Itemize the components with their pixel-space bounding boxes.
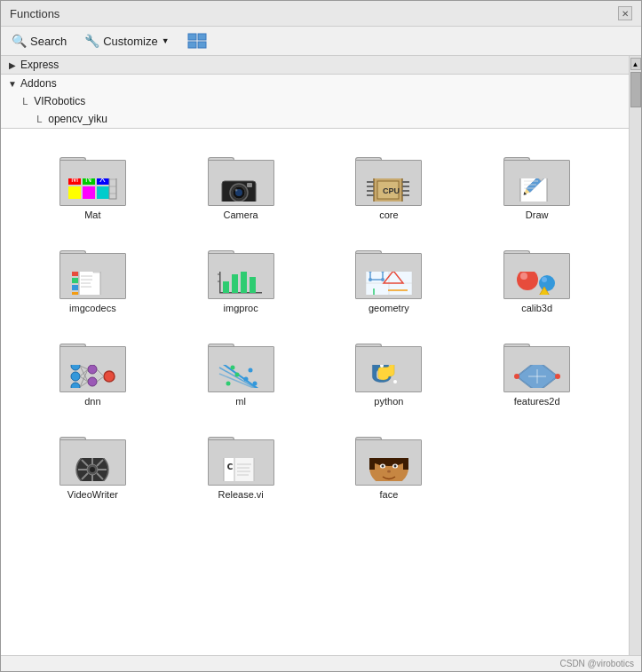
tree-section: ▶ Express: [1, 56, 629, 75]
folder-mat: M N X: [59, 148, 126, 206]
title-bar: Functions ✕: [1, 1, 641, 27]
tree-indent-virobotics: L: [22, 96, 34, 107]
svg-text:M: M: [71, 178, 78, 184]
icon-item-geometry[interactable]: geometry: [315, 231, 464, 324]
icon-label-core: core: [379, 210, 398, 220]
icon-label-ml: ml: [235, 396, 246, 407]
tree-row-addons[interactable]: ▼ Addons: [1, 75, 629, 92]
camera-svg: [215, 178, 266, 202]
svg-rect-13: [109, 178, 116, 199]
tree-label-virobotics: VIRobotics: [34, 95, 85, 107]
videowriter-svg: [67, 458, 118, 481]
svg-rect-55: [232, 274, 238, 293]
tree-row-express[interactable]: ▶ Express: [1, 56, 629, 74]
icon-item-calib3d[interactable]: calib3d: [463, 231, 611, 324]
svg-rect-54: [223, 281, 229, 293]
svg-point-79: [88, 365, 97, 374]
svg-rect-7: [68, 186, 81, 199]
dnn-svg: [67, 365, 118, 388]
svg-point-95: [244, 377, 249, 382]
svg-line-84: [80, 369, 88, 376]
features2d-svg: [511, 365, 563, 388]
svg-point-72: [520, 273, 527, 280]
icon-label-videowriter: VideoWriter: [67, 489, 118, 500]
icon-label-geometry: geometry: [369, 303, 409, 313]
tree-addons-section: ▼ Addons L VIRobotics L opencv_yiku: [1, 75, 629, 129]
svg-rect-53: [219, 272, 221, 293]
icon-item-mat[interactable]: M N X: [19, 138, 167, 231]
dropdown-arrow-icon: ▼: [162, 36, 170, 45]
icon-item-draw[interactable]: Draw: [463, 138, 611, 231]
svg-point-97: [249, 368, 253, 373]
folder-imgcodecs: [59, 241, 126, 299]
scrollbar-thumb[interactable]: [630, 72, 641, 107]
search-button[interactable]: 🔍 Search: [8, 32, 70, 50]
palette-icon: [187, 33, 207, 49]
svg-marker-43: [93, 272, 100, 273]
calib3d-svg: [511, 272, 563, 295]
svg-point-21: [235, 189, 238, 192]
toolbar: 🔍 Search 🔧 Customize ▼: [1, 27, 641, 56]
tree-label-addons: Addons: [20, 77, 57, 90]
ml-svg: [215, 365, 266, 388]
icon-label-release: Release.vi: [218, 489, 263, 500]
icon-item-core[interactable]: CPU core: [315, 138, 464, 231]
search-icon: 🔍: [12, 34, 27, 48]
svg-point-67: [369, 278, 372, 281]
tree-label-opencv: opencv_yiku: [48, 113, 107, 125]
search-label: Search: [30, 35, 67, 48]
bottom-bar: CSDN @virobotics: [1, 655, 641, 671]
svg-rect-47: [72, 292, 78, 295]
folder-draw: [503, 148, 570, 206]
icon-label-draw: Draw: [526, 210, 549, 220]
svg-rect-22: [247, 183, 252, 187]
release-svg: c: [215, 458, 266, 481]
svg-rect-3: [198, 42, 206, 48]
svg-rect-131: [369, 458, 375, 470]
scrollbar[interactable]: ▲: [629, 56, 641, 655]
icon-item-ml[interactable]: ml: [167, 324, 315, 417]
svg-rect-44: [72, 272, 78, 276]
svg-point-76: [71, 365, 80, 370]
icon-label-face: face: [379, 489, 398, 500]
wrench-icon: 🔧: [84, 34, 99, 48]
imgproc-svg: [215, 272, 266, 295]
icon-item-imgcodecs[interactable]: imgcodecs: [19, 231, 167, 324]
icon-item-face[interactable]: face: [315, 417, 464, 510]
icon-item-features2d[interactable]: features2d: [463, 324, 611, 417]
svg-point-98: [253, 382, 258, 386]
customize-label: Customize: [103, 35, 157, 48]
svg-rect-46: [72, 285, 78, 290]
imgcodecs-svg: [67, 272, 118, 295]
svg-point-94: [235, 373, 240, 377]
svg-point-101: [393, 380, 397, 383]
tree-row-virobotics[interactable]: L VIRobotics: [1, 92, 629, 110]
customize-button[interactable]: 🔧 Customize ▼: [81, 32, 172, 50]
scroll-up-button[interactable]: ▲: [630, 58, 641, 70]
folder-geometry: [355, 241, 422, 299]
icon-item-release[interactable]: c: [167, 417, 315, 510]
svg-line-89: [97, 376, 104, 382]
icon-item-dnn[interactable]: dnn: [19, 324, 167, 417]
icon-item-python[interactable]: python: [315, 324, 464, 417]
close-button[interactable]: ✕: [618, 6, 632, 20]
svg-point-81: [104, 371, 115, 382]
svg-point-71: [517, 272, 538, 290]
icon-label-dnn: dnn: [84, 396, 100, 407]
mat-svg: M N X: [67, 178, 118, 202]
svg-point-136: [393, 465, 396, 468]
folder-core: CPU: [355, 148, 422, 206]
icon-item-camera[interactable]: Camera: [167, 138, 315, 231]
tree-row-opencv[interactable]: L opencv_yiku: [1, 110, 629, 128]
icon-item-videowriter[interactable]: VideoWriter: [19, 417, 167, 510]
palette-view-button[interactable]: [184, 31, 210, 51]
svg-rect-57: [250, 277, 256, 293]
functions-window: Functions ✕ 🔍 Search 🔧 Customize ▼: [0, 0, 642, 672]
icon-label-features2d: features2d: [514, 396, 560, 407]
icon-label-mat: Mat: [84, 210, 100, 220]
geometry-svg: [363, 272, 415, 295]
svg-rect-56: [241, 272, 247, 293]
icon-item-imgproc[interactable]: imgproc: [167, 231, 315, 324]
svg-point-77: [71, 372, 80, 381]
content-area: ▶ Express ▼ Addons L VIRobotics L opencv…: [1, 56, 641, 655]
